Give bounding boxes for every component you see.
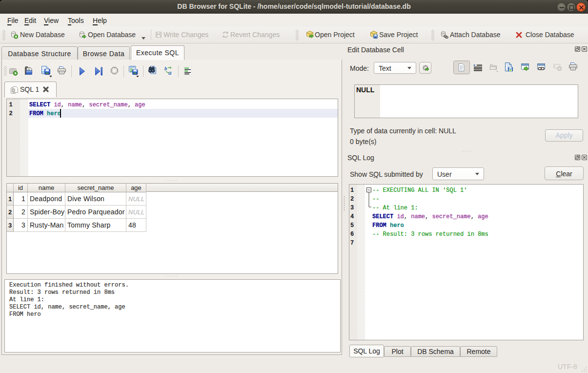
svg-text:b: b <box>164 65 167 71</box>
